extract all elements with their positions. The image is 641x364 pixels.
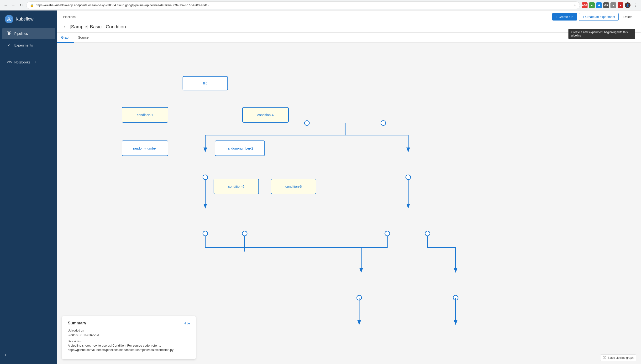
breadcrumb: Pipelines bbox=[63, 15, 76, 18]
pipelines-icon bbox=[7, 31, 12, 36]
tooltip: Create a new experiment beginning with t… bbox=[568, 28, 635, 39]
tab-source-label: Source bbox=[78, 36, 89, 39]
node-condition-4[interactable]: condition-4 bbox=[242, 107, 289, 122]
app-container: Kubeflow Pipelines ✓ Experiments bbox=[0, 10, 641, 364]
svg-point-17 bbox=[357, 295, 362, 300]
sidebar-item-label-notebooks: Notebooks bbox=[14, 60, 30, 64]
main-content: Pipelines + Create run + Create an exper… bbox=[57, 10, 641, 364]
browser-extensions: ABP ● ◆ Git ■ ■ 👤 ⋮ bbox=[582, 2, 638, 8]
node-random-number-2[interactable]: random-number-2 bbox=[215, 140, 265, 156]
logo-text: Kubeflow bbox=[16, 17, 34, 22]
uploaded-on-value: 3/20/2019, 1:33:02 AM bbox=[68, 333, 190, 337]
create-run-label: + Create run bbox=[556, 15, 573, 18]
create-run-button[interactable]: + Create run bbox=[552, 13, 577, 20]
reload-button[interactable]: ↻ bbox=[18, 2, 24, 8]
sidebar: Kubeflow Pipelines ✓ Experiments bbox=[0, 10, 57, 364]
node-random-number-2-label: random-number-2 bbox=[227, 146, 253, 150]
node-condition-5[interactable]: condition-5 bbox=[214, 179, 259, 194]
browser-chrome: ← → ↻ 🔒 https://ekaba-kubeflow-app.endpo… bbox=[0, 0, 641, 10]
external-link-icon: ↗ bbox=[34, 61, 36, 64]
graph-area: flip condition-1 condition-4 random-numb… bbox=[57, 43, 641, 364]
url-text: https://ekaba-kubeflow-app.endpoints.oce… bbox=[36, 3, 571, 7]
node-random-number[interactable]: random-number bbox=[122, 140, 168, 156]
summary-uploaded-on: Uploaded on 3/20/2019, 1:33:02 AM bbox=[68, 329, 190, 337]
sidebar-collapse-button[interactable]: ‹ bbox=[0, 350, 57, 359]
user-avatar[interactable]: 👤 bbox=[625, 2, 630, 8]
description-label: Description bbox=[68, 340, 190, 343]
svg-point-1 bbox=[8, 18, 10, 20]
create-experiment-label: + Create an experiment bbox=[582, 15, 615, 18]
forward-button[interactable]: → bbox=[10, 2, 17, 8]
sidebar-item-experiments[interactable]: ✓ Experiments bbox=[2, 40, 55, 50]
page-header: Pipelines + Create run + Create an exper… bbox=[57, 10, 641, 33]
page-title: [Sample] Basic - Condition bbox=[70, 24, 126, 30]
node-flip[interactable]: flip bbox=[183, 76, 228, 90]
experiments-icon: ✓ bbox=[7, 43, 12, 48]
sidebar-item-label-experiments: Experiments bbox=[14, 44, 33, 47]
static-pipeline-label: ⓘ Static pipeline graph bbox=[600, 354, 636, 361]
tooltip-text: Create a new experiment beginning with t… bbox=[571, 30, 628, 37]
sidebar-item-label-pipelines: Pipelines bbox=[14, 32, 28, 36]
uploaded-on-label: Uploaded on bbox=[68, 329, 190, 332]
summary-description: Description A pipeline shows how to use … bbox=[68, 340, 190, 352]
sidebar-item-notebooks[interactable]: </> Notebooks ↗ bbox=[2, 57, 55, 67]
node-flip-label: flip bbox=[203, 81, 207, 85]
ext-abp[interactable]: ABP bbox=[582, 2, 587, 8]
create-experiment-button[interactable]: + Create an experiment bbox=[579, 13, 618, 21]
svg-rect-3 bbox=[10, 32, 11, 33]
summary-title: Summary bbox=[68, 321, 86, 326]
graph-edges-svg bbox=[57, 43, 641, 364]
node-condition-1[interactable]: condition-1 bbox=[122, 107, 168, 122]
node-condition-1-label: condition-1 bbox=[137, 113, 153, 117]
ext-red[interactable]: ■ bbox=[617, 2, 623, 8]
ext-misc[interactable]: ■ bbox=[610, 2, 616, 8]
svg-point-14 bbox=[242, 231, 247, 236]
sidebar-item-pipelines[interactable]: Pipelines bbox=[2, 28, 55, 39]
header-actions: + Create run + Create an experiment Dele… bbox=[552, 13, 635, 21]
browser-nav-buttons: ← → ↻ bbox=[3, 2, 24, 8]
tab-graph[interactable]: Graph bbox=[57, 33, 74, 43]
breadcrumb-row: Pipelines + Create run + Create an exper… bbox=[63, 10, 635, 23]
delete-label: Delete bbox=[623, 15, 632, 18]
summary-panel: Summary Hide Uploaded on 3/20/2019, 1:33… bbox=[62, 316, 196, 359]
notebooks-icon: </> bbox=[7, 60, 12, 64]
sidebar-divider bbox=[4, 54, 54, 54]
sidebar-logo: Kubeflow bbox=[0, 10, 57, 28]
ext-green[interactable]: ● bbox=[589, 2, 595, 8]
star-icon[interactable]: ☆ bbox=[573, 3, 576, 7]
description-value: A pipeline shows how to use dsl.Conditio… bbox=[68, 344, 190, 352]
back-button[interactable]: ← bbox=[3, 2, 9, 8]
node-condition-4-label: condition-4 bbox=[257, 113, 274, 117]
node-condition-6[interactable]: condition-6 bbox=[271, 179, 316, 194]
svg-point-13 bbox=[203, 231, 208, 236]
tabs-row: Graph Source bbox=[57, 33, 641, 43]
menu-button[interactable]: ⋮ bbox=[632, 2, 638, 8]
ext-git[interactable]: Git bbox=[603, 2, 609, 8]
ext-diamond[interactable]: ◆ bbox=[596, 2, 602, 8]
svg-point-11 bbox=[203, 175, 208, 180]
back-navigation-button[interactable]: ← bbox=[63, 24, 67, 29]
info-icon: ⓘ bbox=[603, 356, 606, 360]
node-random-number-label: random-number bbox=[133, 146, 157, 150]
svg-point-10 bbox=[381, 121, 386, 126]
hide-button[interactable]: Hide bbox=[184, 322, 190, 325]
lock-icon: 🔒 bbox=[30, 3, 34, 7]
node-condition-6-label: condition-6 bbox=[285, 184, 302, 188]
svg-point-16 bbox=[425, 231, 430, 236]
node-condition-5-label: condition-5 bbox=[228, 184, 245, 188]
logo-icon bbox=[5, 15, 13, 24]
static-pipeline-text: Static pipeline graph bbox=[607, 356, 633, 360]
tab-graph-label: Graph bbox=[61, 36, 70, 39]
address-bar[interactable]: 🔒 https://ekaba-kubeflow-app.endpoints.o… bbox=[26, 2, 580, 9]
delete-button[interactable]: Delete bbox=[620, 13, 635, 20]
svg-point-18 bbox=[453, 295, 458, 300]
svg-point-12 bbox=[406, 175, 410, 180]
svg-point-15 bbox=[385, 231, 390, 236]
svg-rect-2 bbox=[7, 32, 9, 33]
svg-point-9 bbox=[305, 121, 309, 126]
title-row: ← [Sample] Basic - Condition bbox=[63, 23, 635, 32]
summary-header: Summary Hide bbox=[68, 321, 190, 326]
tab-source[interactable]: Source bbox=[74, 33, 92, 43]
